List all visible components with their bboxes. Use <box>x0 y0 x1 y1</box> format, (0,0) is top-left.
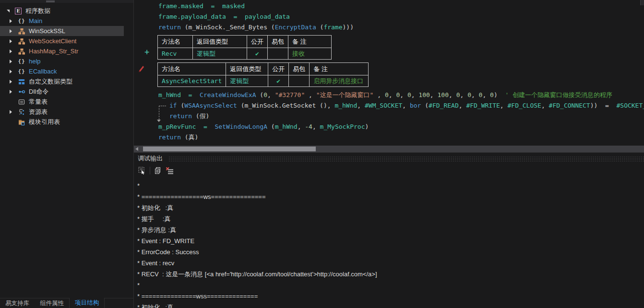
add-row-button[interactable]: + <box>144 48 149 56</box>
public-check-cell[interactable]: ✔ <box>247 48 268 60</box>
debug-panel: 调试输出 ** =================ws=============… <box>134 152 644 308</box>
tree-item-websocketclient[interactable]: WebSocketClient <box>0 36 133 46</box>
code-token: ' 创建一个隐藏窗口做接受消息的程序 <box>498 91 612 99</box>
code-token: CreateWindowExA <box>200 91 256 99</box>
chevron-collapsed-icon[interactable] <box>10 80 17 84</box>
code-token: , <box>411 91 419 99</box>
method-name-cell[interactable]: Recv <box>158 48 193 60</box>
code-token: if <box>169 102 177 109</box>
code-token: = <box>196 123 215 130</box>
chevron-collapsed-icon[interactable] <box>10 39 17 43</box>
code-line: return (真) <box>134 132 644 143</box>
scroll-left-arrow-icon[interactable] <box>135 147 138 151</box>
note-cell[interactable]: 启用异步消息接口 <box>310 75 369 87</box>
tree-item-help[interactable]: {}help <box>0 56 133 66</box>
clear-output-icon[interactable] <box>165 166 174 175</box>
code-token: payload_data <box>245 13 290 20</box>
code-token: "这是一个隐藏窗口" <box>316 91 374 99</box>
code-token: , <box>460 91 467 99</box>
code-token: (真) <box>181 134 198 141</box>
editor-hscrollbar-thumb[interactable] <box>143 147 316 151</box>
code-token: return <box>169 112 192 120</box>
tree-item-label: 自定义数据类型 <box>29 77 72 86</box>
debug-output-line: * Event : FD_WRITE <box>137 235 644 246</box>
epackage-cell[interactable] <box>268 48 288 60</box>
sidebar-tab-bar: 易支持库组件属性项目结构 <box>0 298 133 308</box>
code-token: #FD_CONNECT <box>549 102 590 109</box>
tree-item-ecallback[interactable]: {}ECallback <box>0 66 133 76</box>
code-token: , <box>267 91 275 99</box>
code-token: 0 <box>467 91 471 99</box>
sidebar-hscrollbar-thumb[interactable] <box>46 0 55 2</box>
tree-item-resources-table[interactable]: 资源表 <box>0 107 133 117</box>
code-token: , <box>373 91 384 99</box>
chevron-collapsed-icon[interactable] <box>10 110 17 114</box>
edit-pencil-icon[interactable] <box>137 64 145 74</box>
tree-item-winsockssl[interactable]: WinSockSSL <box>0 26 124 36</box>
code-token: , <box>471 91 479 99</box>
sidebar-tab-项目结构[interactable]: 项目结构 <box>69 298 105 308</box>
epackage-cell[interactable] <box>289 75 310 87</box>
code-token: , <box>541 102 549 109</box>
code-token: frame <box>323 24 342 31</box>
code-token: m_pRevFunc <box>158 123 196 130</box>
code-token: return <box>158 134 181 141</box>
code-token: #WM_SOCKET <box>365 102 402 109</box>
code-token: 0 <box>407 91 411 99</box>
code-token: )) = <box>590 102 617 109</box>
code-token: = <box>181 91 200 99</box>
return-type-cell[interactable]: 逻辑型 <box>193 48 247 60</box>
debug-output-line: * RECV : 这是一条消息 [<a href='http://coolaf.… <box>137 269 644 280</box>
chevron-collapsed-icon[interactable] <box>10 49 17 53</box>
chevron-collapsed-icon[interactable] <box>10 60 17 63</box>
chevron-collapsed-icon[interactable] <box>10 19 17 23</box>
code-token: , <box>449 91 456 99</box>
note-cell[interactable]: 接收 <box>288 48 332 60</box>
code-token: 100 <box>438 91 449 99</box>
table-header: 备 注 <box>310 63 369 75</box>
chevron-collapsed-icon[interactable] <box>10 90 17 94</box>
debug-panel-header[interactable]: 调试输出 <box>134 153 644 164</box>
code-token: , <box>298 123 305 130</box>
editor-hscrollbar[interactable] <box>134 146 644 152</box>
tree-item-program-data[interactable]: E程序数据 <box>0 6 133 16</box>
tree-item-main[interactable]: {}Main <box>0 16 133 26</box>
code-token: m_hWnd <box>334 102 357 109</box>
tree-item-dll-commands[interactable]: Dll命令 <box>0 86 133 97</box>
debug-output-line: * <box>137 280 644 291</box>
chevron-expanded-icon[interactable] <box>6 10 14 12</box>
debug-output-line: * 初始化 :真 <box>137 302 644 308</box>
table-header: 易包 <box>268 36 288 48</box>
select-all-icon[interactable] <box>138 166 146 175</box>
code-token: (m_WinSock._Send_Bytes ( <box>181 24 275 31</box>
return-type-cell[interactable]: 逻辑型 <box>226 75 268 87</box>
chevron-collapsed-icon[interactable] <box>10 70 17 74</box>
code-token: ) <box>365 123 369 130</box>
code-token: 0 <box>263 91 267 99</box>
sidebar-tab-组件属性[interactable]: 组件属性 <box>35 298 69 308</box>
tree-item-custom-datatypes[interactable]: 自定义数据类型 <box>0 76 133 86</box>
sidebar-hscrollbar[interactable] <box>0 0 133 3</box>
code-token: = <box>203 2 222 10</box>
code-editor[interactable]: + frame.masked = maskedframe.payload_dat… <box>134 0 644 146</box>
code-token: , <box>389 91 396 99</box>
code-token: ( <box>267 123 275 130</box>
method-definition-table: 方法名返回值类型公开易包备 注Recv逻辑型✔接收 <box>157 35 332 60</box>
tree-item-constants-table[interactable]: 常量表 <box>0 97 133 107</box>
sidebar-tab-易支持库[interactable]: 易支持库 <box>0 298 35 308</box>
code-token: masked <box>222 2 245 10</box>
tree-item-module-refs[interactable]: 模块引用表 <box>0 117 133 127</box>
braces-icon: {} <box>17 68 26 75</box>
project-tree[interactable]: E程序数据{}MainWinSockSSLWebSocketClientHash… <box>0 3 133 298</box>
public-check-cell[interactable]: ✔ <box>268 75 289 87</box>
code-line: m_hWnd = CreateWindowExA (0, "#32770" , … <box>134 90 644 100</box>
method-name-cell[interactable]: AsyncSelectStart <box>158 75 226 87</box>
chevron-collapsed-icon[interactable] <box>10 29 17 33</box>
copy-output-icon[interactable] <box>154 166 162 175</box>
code-token: , <box>482 91 490 99</box>
code-token: return <box>158 24 181 31</box>
code-token: m_MySockProc <box>320 123 365 130</box>
code-lines: frame.masked = maskedframe.payload_data … <box>134 1 644 143</box>
debug-output[interactable]: ** =================ws===============* 初… <box>134 177 644 308</box>
tree-item-hashmap-str-str[interactable]: HashMap_Str_Str <box>0 46 133 56</box>
